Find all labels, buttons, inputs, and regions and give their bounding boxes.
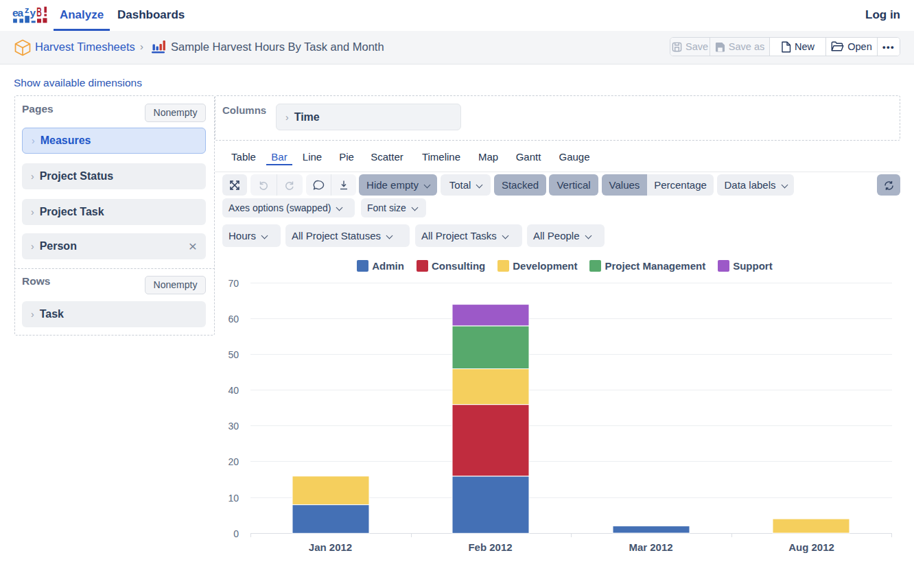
svg-text:ea: ea [12,7,24,19]
svg-text:z: z [25,6,30,15]
svg-text:y: y [30,7,36,19]
svg-text:B: B [36,6,42,19]
